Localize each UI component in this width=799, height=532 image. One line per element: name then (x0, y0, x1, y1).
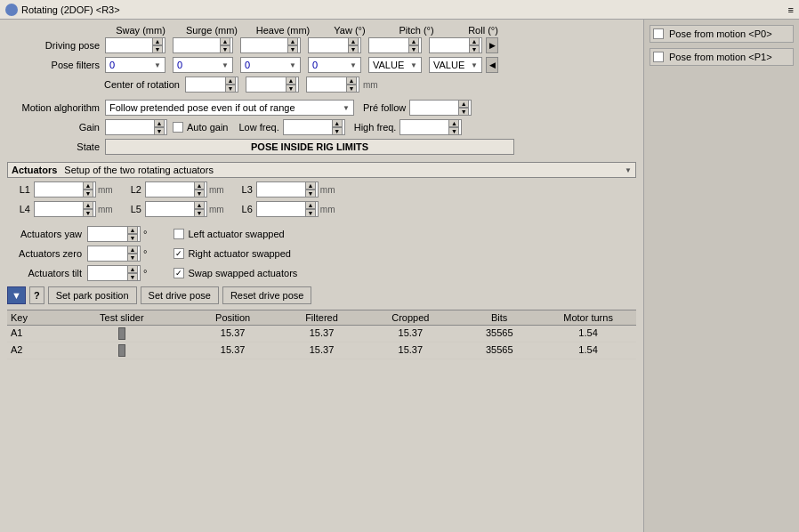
act-yaw-up[interactable]: ▲ (127, 226, 138, 234)
high-freq-down[interactable]: ▼ (448, 127, 459, 135)
l6-up[interactable]: ▲ (305, 201, 316, 209)
actuators-tilt-spinner[interactable]: 0.0 ▲ ▼ (87, 265, 141, 281)
roll-down[interactable]: ▼ (469, 45, 480, 53)
cor-z-down[interactable]: ▼ (346, 85, 357, 93)
l2-spinner[interactable]: -450.0 ▲ ▼ (145, 181, 207, 197)
left-actuator-swapped-checkbox[interactable] (174, 229, 184, 239)
driving-pose-surge-input[interactable]: 0 (174, 40, 220, 51)
pre-follow-spinner[interactable]: 0.000 ▲ ▼ (409, 100, 472, 116)
l4-up[interactable]: ▲ (83, 201, 93, 209)
cor-y-input[interactable]: 0 (246, 79, 286, 90)
l4-spinner[interactable]: 150.0 ▲ ▼ (34, 201, 96, 217)
l3-input[interactable]: -100.0 (257, 184, 305, 195)
high-freq-spinner[interactable]: 0.000 ▲ ▼ (400, 119, 462, 135)
actuators-yaw-input[interactable]: 180.0 (88, 229, 127, 239)
l2-input[interactable]: -450.0 (146, 184, 194, 195)
heave-up[interactable]: ▲ (287, 37, 298, 45)
driving-pose-pitch-input[interactable]: 0.0 (369, 40, 408, 51)
sway-down[interactable]: ▼ (152, 45, 163, 53)
surge-down[interactable]: ▼ (220, 45, 230, 53)
cor-y-down[interactable]: ▼ (286, 85, 296, 93)
l6-down[interactable]: ▼ (305, 209, 316, 217)
driving-pose-surge[interactable]: 0 ▲ ▼ (173, 37, 233, 53)
cor-z-up[interactable]: ▲ (346, 77, 357, 85)
pose-filter-pitch[interactable]: VALUE ▼ (368, 57, 422, 73)
l5-up[interactable]: ▲ (194, 201, 205, 209)
actuators-zero-spinner[interactable]: 20.0 ▲ ▼ (87, 246, 141, 262)
driving-pose-roll[interactable]: 0.0 ▲ ▼ (429, 37, 482, 53)
high-freq-up[interactable]: ▲ (448, 119, 459, 127)
pose-filter-sway-arrow[interactable]: ▼ (154, 61, 161, 69)
surge-up[interactable]: ▲ (220, 37, 230, 45)
gain-down[interactable]: ▼ (154, 127, 165, 135)
driving-pose-sway-spinner[interactable]: ▲ ▼ (152, 37, 163, 53)
nav-arrow-right[interactable]: ▶ (486, 37, 498, 53)
l4-input[interactable]: 150.0 (35, 204, 83, 214)
act-tilt-up[interactable]: ▲ (127, 265, 138, 273)
gain-spinner[interactable]: 1.000 ▲ ▼ (105, 119, 167, 135)
pre-follow-input[interactable]: 0.000 (410, 102, 458, 113)
cor-z[interactable]: 0 ▲ ▼ (306, 77, 359, 93)
driving-pose-sway-input[interactable]: 0 (106, 40, 152, 51)
l5-spinner[interactable]: -300.0 ▲ ▼ (145, 201, 207, 217)
driving-pose-roll-input[interactable]: 0.0 (430, 40, 469, 51)
actuators-zero-input[interactable]: 20.0 (88, 248, 127, 259)
l1-up[interactable]: ▲ (83, 181, 93, 189)
down-arrow-button[interactable]: ▼ (7, 286, 26, 304)
cor-y[interactable]: 0 ▲ ▼ (246, 77, 299, 93)
low-freq-up[interactable]: ▲ (332, 119, 343, 127)
gain-up[interactable]: ▲ (154, 119, 165, 127)
pitch-down[interactable]: ▼ (408, 45, 419, 53)
driving-pose-heave[interactable]: 0 ▲ ▼ (240, 37, 301, 53)
act-zero-down[interactable]: ▼ (127, 254, 138, 262)
actuators-tilt-input[interactable]: 0.0 (88, 268, 127, 278)
driving-pose-yaw-input[interactable]: 0.0 (309, 40, 348, 51)
l2-up[interactable]: ▲ (194, 181, 205, 189)
low-freq-input[interactable]: 0.000 (284, 122, 332, 133)
motion-algorithm-dropdown[interactable]: Follow pretended pose even if out of ran… (105, 100, 354, 116)
l1-down[interactable]: ▼ (83, 189, 93, 197)
row-a2-slider[interactable] (55, 344, 189, 357)
low-freq-spinner[interactable]: 0.000 ▲ ▼ (283, 119, 345, 135)
pose-filter-roll-arrow[interactable]: ▼ (471, 61, 478, 69)
pose-filter-sway[interactable]: 0 ▼ (105, 57, 165, 73)
actuators-yaw-spinner[interactable]: 180.0 ▲ ▼ (87, 226, 141, 242)
a1-slider-thumb[interactable] (118, 327, 125, 340)
yaw-up[interactable]: ▲ (348, 37, 359, 45)
nav-arrow-left[interactable]: ◀ (486, 57, 498, 73)
pose-filter-heave-arrow[interactable]: ▼ (289, 61, 296, 69)
pose-filter-pitch-arrow[interactable]: ▼ (410, 61, 417, 69)
driving-pose-sway[interactable]: 0 ▲ ▼ (105, 37, 165, 53)
gain-input[interactable]: 1.000 (106, 122, 154, 133)
actuators-collapse-arrow[interactable]: ▼ (625, 166, 632, 174)
row-a1-slider[interactable] (55, 327, 189, 340)
cor-x-input[interactable]: 0 (186, 79, 225, 90)
pose-filter-yaw-arrow[interactable]: ▼ (350, 61, 357, 69)
set-park-position-button[interactable]: Set park position (48, 286, 137, 304)
yaw-down[interactable]: ▼ (348, 45, 359, 53)
act-tilt-down[interactable]: ▼ (127, 273, 138, 281)
cor-x-up[interactable]: ▲ (225, 77, 236, 85)
pose-filter-heave[interactable]: 0 ▼ (240, 57, 301, 73)
right-actuator-swapped-checkbox[interactable] (174, 248, 184, 259)
reset-drive-pose-button[interactable]: Reset drive pose (222, 286, 312, 304)
roll-up[interactable]: ▲ (469, 37, 480, 45)
pose-filter-roll[interactable]: VALUE ▼ (429, 57, 482, 73)
heave-down[interactable]: ▼ (287, 45, 298, 53)
pre-follow-up[interactable]: ▲ (458, 100, 469, 108)
act-zero-up[interactable]: ▲ (127, 246, 138, 254)
auto-gain-checkbox[interactable] (173, 122, 183, 133)
pitch-up[interactable]: ▲ (408, 37, 419, 45)
l5-input[interactable]: -300.0 (146, 204, 194, 214)
l3-spinner[interactable]: -100.0 ▲ ▼ (256, 181, 319, 197)
cor-y-up[interactable]: ▲ (286, 77, 296, 85)
l3-up[interactable]: ▲ (305, 181, 316, 189)
driving-pose-pitch[interactable]: 0.0 ▲ ▼ (368, 37, 422, 53)
l6-spinner[interactable]: 500.0 ▲ ▼ (256, 201, 319, 217)
pose-filter-yaw[interactable]: 0 ▼ (308, 57, 361, 73)
l4-down[interactable]: ▼ (83, 209, 93, 217)
l6-input[interactable]: 500.0 (257, 204, 305, 214)
driving-pose-yaw[interactable]: 0.0 ▲ ▼ (308, 37, 361, 53)
high-freq-input[interactable]: 0.000 (400, 122, 448, 133)
l2-down[interactable]: ▼ (194, 189, 205, 197)
